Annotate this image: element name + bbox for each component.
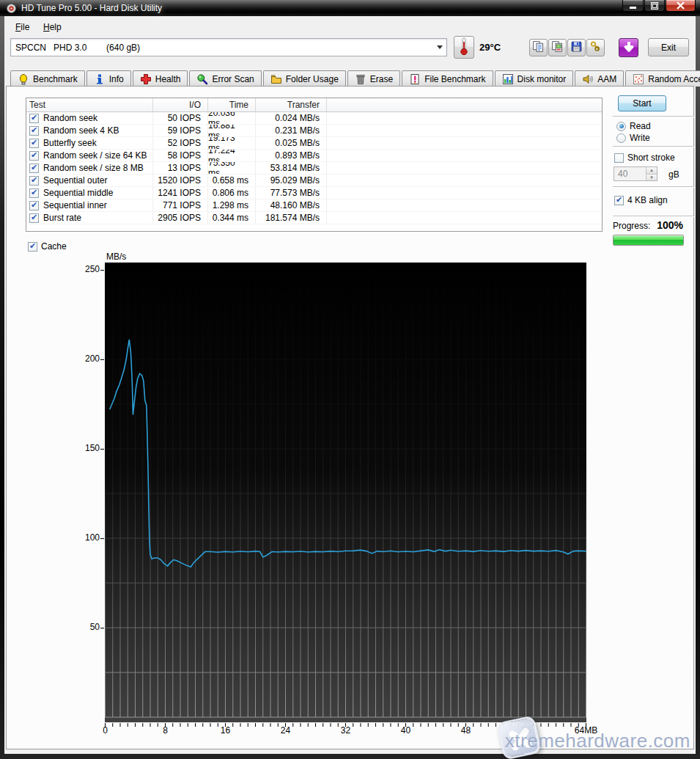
x-axis-tick-label: 64MB [570, 725, 603, 736]
stepper-up-icon[interactable]: ▲ [646, 167, 657, 175]
table-row[interactable]: Random seek / size 64 KB58 IOPS17.224 ms… [26, 150, 602, 162]
separator [613, 146, 695, 147]
short-stroke-label: Short stroke [627, 153, 675, 163]
tab-error-scan[interactable]: Error Scan [189, 70, 261, 87]
options-button[interactable] [586, 39, 605, 56]
tab-folder-usage[interactable]: Folder Usage [263, 70, 346, 87]
progress-value: 100% [613, 219, 683, 231]
health-icon [140, 73, 152, 85]
tab-label: Random Access [648, 74, 700, 84]
results-table: TestI/OTimeTransferRandom seek50 IOPS20.… [26, 98, 603, 232]
temperature-button[interactable] [454, 36, 474, 59]
test-name: Random seek / size 64 KB [43, 150, 147, 161]
test-checkbox[interactable] [29, 151, 39, 161]
tab-random-access[interactable]: Random Access [625, 70, 700, 87]
x-axis-tick-label: 0 [89, 725, 122, 736]
test-checkbox[interactable] [29, 188, 39, 198]
maximize-button[interactable] [644, 0, 665, 12]
table-row[interactable]: Sequential middle1241 IOPS0.806 ms77.573… [26, 187, 602, 199]
tab-disk-monitor[interactable]: Disk monitor [495, 70, 574, 87]
capture-button[interactable] [619, 38, 638, 57]
copy-text-icon [532, 40, 545, 55]
copy-text-button[interactable] [529, 39, 548, 56]
separator [613, 216, 695, 216]
erase-icon [355, 73, 366, 85]
column-header-test[interactable]: Test [26, 98, 153, 111]
tab-erase[interactable]: Erase [347, 70, 400, 87]
align-4kb-checkbox[interactable] [614, 196, 624, 205]
short-stroke-row: Short stroke [614, 153, 675, 163]
separator [613, 116, 695, 117]
short-stroke-size-stepper[interactable]: 40 ▲▼ [614, 166, 657, 181]
test-name: Burst rate [43, 213, 81, 223]
tab-health[interactable]: Health [133, 70, 188, 87]
x-axis-tick-label: 16 [210, 725, 242, 736]
table-row[interactable]: Sequential outer1520 IOPS0.658 ms95.029 … [26, 175, 602, 187]
cell-transfer: 53.814 MB/s [256, 162, 327, 174]
table-row[interactable]: Random seek 4 KB59 IOPS16.881 ms0.231 MB… [26, 125, 602, 137]
test-checkbox[interactable] [29, 139, 39, 148]
cell-io: 52 IOPS [153, 137, 208, 149]
chart-shading [105, 263, 586, 722]
tab-benchmark[interactable]: Benchmark [10, 70, 85, 87]
tab-label: Erase [370, 74, 393, 84]
tab-label: Folder Usage [286, 74, 339, 84]
progress-bar [613, 235, 684, 246]
test-checkbox[interactable] [29, 114, 39, 123]
titlebar: HD Tune Pro 5.00 - Hard Disk Utility [0, 0, 700, 16]
tab-label: Disk monitor [517, 74, 567, 84]
thermometer-icon [459, 37, 469, 58]
stepper-down-icon[interactable]: ▼ [646, 175, 657, 181]
tab-file-benchmark[interactable]: File Benchmark [402, 70, 493, 87]
menu-file[interactable]: File [12, 21, 33, 34]
cell-io: 1241 IOPS [153, 187, 208, 199]
tab-info[interactable]: Info [86, 70, 131, 87]
column-header-i-o[interactable]: I/O [153, 98, 208, 111]
table-row[interactable]: Sequential inner771 IOPS1.298 ms48.160 M… [26, 199, 602, 212]
tab-label: File Benchmark [424, 74, 485, 84]
write-radio[interactable] [616, 133, 626, 143]
cache-checkbox[interactable] [28, 242, 37, 252]
cell-transfer: 181.574 MB/s [256, 212, 327, 224]
cell-time: 16.881 ms [208, 125, 256, 136]
y-axis-tick [100, 628, 104, 628]
chart-plot [105, 263, 586, 727]
test-checkbox[interactable] [29, 176, 39, 186]
short-stroke-size-value: 40 [614, 169, 646, 179]
cell-filler [327, 187, 602, 199]
test-checkbox[interactable] [29, 201, 39, 210]
cell-time: 0.344 ms [208, 212, 256, 224]
minimize-button[interactable] [622, 0, 644, 12]
cell-io: 58 IOPS [153, 150, 208, 161]
cell-io: 771 IOPS [153, 199, 208, 211]
column-header-time[interactable]: Time [208, 98, 256, 111]
align-4kb-label: 4 KB align [627, 195, 668, 205]
stepper-arrows[interactable]: ▲▼ [646, 167, 657, 180]
cell-filler [327, 137, 602, 149]
column-header-transfer[interactable]: Transfer [256, 98, 327, 111]
test-checkbox[interactable] [29, 213, 39, 223]
save-icon [570, 40, 583, 55]
test-name: Random seek [43, 113, 97, 123]
exit-button[interactable]: Exit [648, 38, 689, 56]
save-button[interactable] [567, 39, 586, 56]
drive-selector[interactable]: SPCCN PHD 3.0 (640 gB) [10, 38, 447, 56]
tab-aam[interactable]: AAM [575, 70, 624, 87]
copy-image-button[interactable] [548, 39, 567, 56]
test-name: Butterfly seek [43, 138, 97, 148]
menu-help[interactable]: Help [40, 21, 65, 34]
y-axis-tick-label: 200 [63, 353, 100, 364]
close-button[interactable] [666, 0, 696, 12]
start-button[interactable]: Start [618, 95, 666, 111]
cell-transfer: 0.025 MB/s [256, 137, 327, 149]
short-stroke-checkbox[interactable] [614, 153, 624, 163]
table-row[interactable]: Burst rate2905 IOPS0.344 ms181.574 MB/s [26, 212, 602, 224]
cell-io: 13 IOPS [153, 162, 208, 174]
test-checkbox[interactable] [29, 126, 39, 136]
read-radio[interactable] [616, 122, 626, 131]
test-checkbox[interactable] [29, 164, 39, 173]
cell-time: 0.806 ms [208, 187, 256, 199]
table-row[interactable]: Random seek / size 8 MB13 IOPS75.350 ms5… [26, 162, 602, 175]
table-row[interactable]: Butterfly seek52 IOPS19.173 ms0.025 MB/s [26, 137, 602, 150]
table-row[interactable]: Random seek50 IOPS20.036 ms0.024 MB/s [26, 112, 602, 125]
